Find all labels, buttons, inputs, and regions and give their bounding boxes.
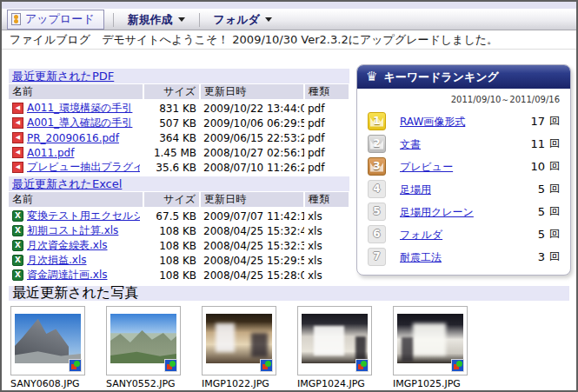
keyword-link[interactable]: 足場用: [400, 183, 431, 196]
ranking-item: 4 足場用 5 回: [368, 177, 560, 200]
rank-badge: 1: [368, 112, 386, 130]
photo-item: SANY0552.JPG: [106, 306, 181, 389]
left-column: 最近更新されたPDF 名前 サイズ 更新日時 種類 ◀A011_環境構築の手引 …: [9, 69, 349, 282]
photos-section-header: 最近更新された写真: [9, 286, 569, 301]
pdf-section-title-link[interactable]: 最近更新されたPDF: [12, 70, 114, 83]
file-date: 2009/07/07 11:42:17: [200, 208, 304, 223]
table-row: ◀A011.pdf 1.45 MB 2008/10/27 02:56:18 pd…: [9, 145, 349, 160]
file-type: xls: [304, 253, 349, 268]
file-name-link[interactable]: A011.pdf: [27, 147, 74, 159]
photo-filename: SANY0552.JPG: [106, 378, 181, 389]
ranking-item: 2 文書 11 回: [368, 132, 560, 155]
folder-menu-button[interactable]: フォルダ: [209, 10, 277, 30]
file-type: pdf: [304, 145, 349, 160]
rank-badge: 7: [368, 248, 386, 266]
keyword-count-unit: 回: [549, 227, 560, 242]
table-header-row: 名前 サイズ 更新日時 種類: [9, 84, 349, 100]
keyword-count-unit: 回: [549, 182, 560, 196]
column-header-size: サイズ: [143, 84, 200, 100]
photo-thumbnail[interactable]: [297, 306, 372, 375]
keyword-link[interactable]: 耐震工法: [400, 251, 442, 263]
ranking-item: 6 フォルダ 5 回: [368, 223, 560, 245]
excel-section-title-link[interactable]: 最近更新されたExcel: [12, 177, 122, 190]
keyword-link[interactable]: フォルダ: [400, 229, 442, 241]
keyword-count: 17: [522, 115, 545, 128]
keyword-link[interactable]: 足場用クレーン: [400, 206, 474, 218]
ranking-list: 1 RAW画像形式 17 回 2 文書 11 回 3 プレビュー 10 回 4 …: [357, 108, 570, 275]
top-strip: [2, 2, 576, 10]
rank-badge: 4: [368, 180, 386, 198]
file-size: 108 KB: [143, 268, 200, 282]
pdf-file-icon: ◀: [12, 103, 23, 114]
new-menu-label: 新規作成: [128, 12, 173, 28]
keyword-count-unit: 回: [549, 159, 560, 174]
photo-filename: IMGP1025.JPG: [393, 378, 468, 389]
toolbar: アップロード 新規作成 フォルダ: [2, 10, 576, 30]
column-header-date: 更新日時: [200, 84, 304, 100]
file-size: 108 KB: [143, 238, 200, 253]
file-size: 108 KB: [143, 253, 200, 268]
keyword-count: 10: [522, 160, 545, 173]
photo-item: IMGP1024.JPG: [297, 306, 372, 389]
keyword-link[interactable]: RAW画像形式: [400, 116, 465, 128]
upload-icon: [11, 13, 21, 25]
app-window: アップロード 新規作成 フォルダ ファイルブログ デモサイトへようこそ！ 200…: [0, 0, 578, 392]
photos-section-title-link[interactable]: 最近更新された写真: [12, 284, 138, 301]
table-row: X資金調達計画.xls 108 KB 2008/04/25 15:28:06 x…: [9, 268, 349, 282]
keyword-count: 5: [522, 228, 545, 241]
rank-badge: 3: [368, 157, 386, 176]
notice-text: ファイルブログ デモサイトへようこそ！ 2009/10/30 Ver2.3.2に…: [10, 32, 498, 48]
keyword-link[interactable]: プレビュー: [400, 161, 453, 173]
rank-badge: 2: [368, 135, 386, 153]
photo-thumbnail[interactable]: [106, 306, 181, 375]
photo-thumbnail[interactable]: [202, 306, 276, 375]
image-type-icon: [451, 359, 464, 372]
file-name-link[interactable]: プレビュー抽出プラグイ: [27, 160, 140, 175]
file-name-link[interactable]: 資金調達計画.xls: [27, 268, 108, 282]
file-type: xls: [304, 238, 349, 253]
photos-row: SANY0608.JPG SANY0552.JPG IMGP1022.JPG I…: [2, 301, 576, 389]
file-name-link[interactable]: 月次資金繰表.xls: [27, 238, 108, 253]
file-name-link[interactable]: 初期コスト計算.xls: [27, 223, 118, 238]
file-name-link[interactable]: A011_環境構築の手引: [27, 101, 132, 116]
keyword-link[interactable]: 文書: [400, 138, 421, 150]
photo-filename: SANY0608.JPG: [10, 378, 85, 389]
file-size: 364 KB: [143, 130, 200, 145]
rank-badge: 6: [368, 225, 386, 243]
file-date: 2008/04/25 15:29:53: [200, 253, 304, 268]
file-type: xls: [304, 208, 349, 223]
ranking-item: 1 RAW画像形式 17 回: [368, 110, 560, 132]
table-row: ◀PR_20090616.pdf 364 KB 2009/06/15 22:53…: [9, 130, 349, 145]
excel-file-icon: X: [12, 269, 23, 281]
new-menu-button[interactable]: 新規作成: [123, 10, 190, 30]
excel-file-icon: X: [12, 210, 23, 222]
photo-image: [110, 314, 176, 363]
upload-button[interactable]: アップロード: [7, 10, 104, 30]
photo-thumbnail[interactable]: [393, 306, 468, 375]
column-header-type: 種類: [304, 84, 349, 100]
file-name-link[interactable]: PR_20090616.pdf: [27, 132, 119, 144]
ranking-item: 7 耐震工法 3 回: [368, 245, 560, 268]
toolbar-separator: [199, 13, 200, 27]
keyword-count-unit: 回: [549, 136, 560, 151]
file-name-link[interactable]: 月次損益.xls: [27, 253, 87, 268]
column-header-name: 名前: [9, 84, 143, 100]
table-header-row: 名前 サイズ 更新日時 種類: [9, 192, 349, 208]
keyword-count-unit: 回: [549, 204, 560, 219]
keyword-count: 11: [522, 137, 545, 150]
rank-badge: 5: [368, 203, 386, 221]
toolbar-separator: [113, 13, 114, 27]
image-type-icon: [164, 359, 177, 372]
keyword-count: 3: [522, 250, 545, 263]
file-name-link[interactable]: 変換テスト用エクセルシ: [27, 209, 140, 223]
file-type: pdf: [304, 160, 349, 175]
photo-thumbnail[interactable]: [10, 306, 85, 375]
table-row: X月次資金繰表.xls 108 KB 2008/04/25 15:32:34 x…: [9, 238, 349, 253]
file-name-link[interactable]: A001_導入確認の手引: [27, 116, 132, 130]
file-size: 108 KB: [143, 223, 200, 238]
file-date: 2008/04/25 15:32:44: [200, 223, 304, 238]
keyword-ranking-header: ♛ キーワードランキング: [357, 65, 570, 89]
keyword-count-unit: 回: [549, 114, 560, 129]
notice-bar: ファイルブログ デモサイトへようこそ！ 2009/10/30 Ver2.3.2に…: [2, 30, 576, 50]
pdf-section-header: 最近更新されたPDF: [9, 69, 349, 83]
